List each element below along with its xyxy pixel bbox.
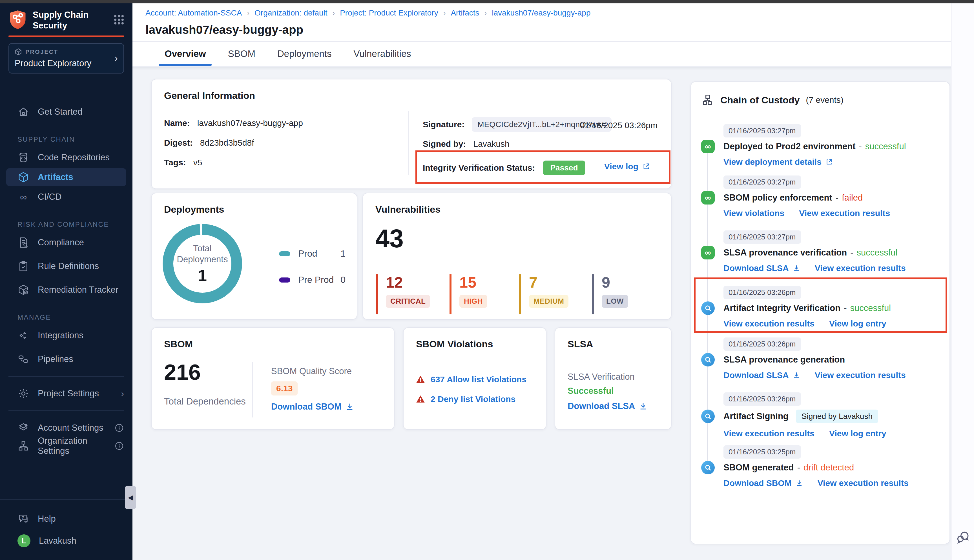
tab-sbom[interactable]: SBOM: [226, 42, 257, 66]
timeline-event: 01/16/2025 03:26pm SLSA provenance gener…: [702, 337, 939, 380]
breadcrumb-account[interactable]: Account: Automation-SSCA: [145, 8, 242, 17]
download-icon: [639, 402, 647, 410]
sidebar-item-account-settings[interactable]: Account Settings: [0, 419, 132, 437]
view-execution-results-link[interactable]: View execution results: [724, 429, 814, 438]
card-title: Deployments: [164, 204, 224, 215]
tags-row: Tags: v5: [164, 158, 202, 167]
pipeline-icon: ∞: [701, 140, 715, 153]
vulnerabilities-card: Vulnerabilities 43 12 CRITICAL 15 HIGH 7…: [362, 193, 672, 320]
section-header-risk-compliance: RISK AND COMPLIANCE: [17, 220, 132, 228]
view-execution-results-link[interactable]: View execution results: [799, 208, 890, 218]
view-deployment-details-link[interactable]: View deployment details: [724, 157, 833, 167]
card-title: Vulnerabilities: [375, 204, 440, 215]
deny-list-violations-link[interactable]: 2 Deny list Violations: [416, 394, 515, 404]
sidebar-nav: Get Started SUPPLY CHAIN Code Repositori…: [0, 103, 132, 455]
view-log-link-wrap: View log: [604, 162, 650, 171]
breadcrumb-separator-icon: ›: [332, 9, 335, 17]
warning-icon: [416, 375, 425, 384]
timeline-event: 01/16/2025 03:27pm ∞ Deployed to Prod2 e…: [702, 124, 939, 167]
breadcrumb: Account: Automation-SSCA › Organization:…: [145, 8, 951, 17]
sbom-card: SBOM 216 Total Dependencies SBOM Quality…: [151, 327, 395, 430]
infinity-icon: ∞: [17, 191, 29, 203]
sidebar-item-get-started[interactable]: Get Started: [0, 103, 132, 121]
chevron-right-icon: ›: [121, 389, 124, 398]
scan-icon: [701, 410, 715, 423]
view-execution-results-link[interactable]: View execution results: [815, 370, 906, 380]
event-timestamp: 01/16/2025 03:27pm: [724, 175, 801, 189]
page-title: lavakush07/easy-buggy-app: [145, 23, 951, 37]
allow-list-violations-link[interactable]: 637 Allow list Violations: [416, 375, 527, 384]
sidebar-item-label: Pipelines: [38, 354, 73, 364]
digest-value: 8d23bd3b5d8f: [200, 138, 254, 148]
sidebar-item-help[interactable]: ? Help: [0, 510, 132, 528]
download-slsa-link[interactable]: Download SLSA: [724, 263, 800, 273]
external-link-icon: [826, 158, 833, 166]
event-status: failed: [842, 193, 863, 203]
deployments-card: Deployments Total Deployments 1 Prod: [151, 193, 357, 320]
chat-support-icon[interactable]: [956, 530, 970, 544]
download-icon: [793, 372, 800, 379]
sidebar-item-remediation-tracker[interactable]: Remediation Tracker: [0, 281, 132, 299]
info-icon[interactable]: [114, 423, 124, 433]
layers-gear-icon: [17, 422, 29, 434]
view-execution-results-link[interactable]: View execution results: [817, 478, 909, 488]
tab-overview[interactable]: Overview: [163, 42, 208, 66]
breadcrumb-organization[interactable]: Organization: default: [255, 8, 327, 17]
card-title: General Information: [164, 90, 255, 101]
download-slsa-link[interactable]: Download SLSA: [568, 401, 647, 411]
sidebar-item-pipelines[interactable]: Pipelines: [0, 350, 132, 368]
view-execution-results-link[interactable]: View execution results: [815, 263, 906, 273]
tab-bar: Overview SBOM Deployments Vulnerabilitie…: [132, 42, 951, 67]
sidebar-item-organization-settings[interactable]: Organization Settings: [0, 437, 132, 455]
sidebar-item-integrations[interactable]: Integrations: [0, 327, 132, 345]
event-title: SLSA provenance verification: [724, 248, 847, 258]
view-log-entry-link[interactable]: View log entry: [829, 429, 886, 438]
event-timestamp: 01/16/2025 03:26pm: [724, 392, 801, 406]
download-sbom-link[interactable]: Download SBOM: [271, 402, 354, 412]
svg-text:?: ?: [22, 515, 24, 520]
legend-item-prod[interactable]: Prod 1: [279, 248, 345, 259]
general-information-card: General Information Name: lavakush07/eas…: [151, 79, 672, 189]
timeline-event: 01/16/2025 03:27pm ∞ SLSA provenance ver…: [702, 230, 939, 273]
brand: Supply Chain Security: [0, 0, 132, 31]
sidebar-item-code-repositories[interactable]: Code Repositories: [0, 148, 132, 167]
view-log-link[interactable]: View log: [604, 162, 650, 171]
project-selector[interactable]: PROJECT Product Exploratory ›: [8, 43, 124, 73]
download-sbom-link[interactable]: Download SBOM: [724, 478, 803, 488]
status-badge: Passed: [543, 160, 585, 175]
chain-of-custody-panel: Chain of Custody (7 events) 01/16/2025 0…: [690, 82, 950, 544]
view-violations-link[interactable]: View violations: [724, 208, 784, 218]
tab-vulnerabilities[interactable]: Vulnerabilities: [352, 42, 413, 66]
info-icon[interactable]: [114, 441, 124, 451]
signed-by-row: Signed by: Lavakush: [423, 139, 510, 149]
breadcrumb-project[interactable]: Project: Product Exploratory: [340, 8, 438, 17]
sidebar-item-label: Account Settings: [38, 423, 103, 433]
sidebar-collapse-handle[interactable]: ◀: [125, 486, 136, 509]
sidebar-item-user[interactable]: L Lavakush: [0, 532, 132, 550]
sidebar: Supply Chain Security PROJECT Product Ex…: [0, 0, 132, 560]
divider: [8, 410, 124, 411]
legend-item-preprod[interactable]: Pre Prod 0: [279, 275, 345, 285]
total-dependencies-value: 216: [164, 360, 201, 385]
breadcrumb-current[interactable]: lavakush07/easy-buggy-app: [492, 8, 590, 17]
tags-value: v5: [193, 158, 202, 167]
tab-deployments[interactable]: Deployments: [276, 42, 334, 66]
sidebar-item-project-settings[interactable]: Project Settings ›: [0, 385, 132, 403]
org-chart-gear-icon: [17, 440, 29, 452]
sidebar-item-rule-definitions[interactable]: Rule Definitions: [0, 257, 132, 275]
panel-title: Chain of Custody: [720, 95, 799, 106]
scan-icon: [701, 353, 715, 367]
sidebar-item-compliance[interactable]: Compliance: [0, 233, 132, 252]
donut-center-label: Total Deployments 1: [162, 224, 242, 304]
breadcrumb-artifacts[interactable]: Artifacts: [450, 8, 479, 17]
sidebar-item-label: Get Started: [38, 107, 83, 117]
sidebar-item-artifacts[interactable]: Artifacts: [6, 168, 126, 186]
event-title: SBOM policy enforcement: [724, 193, 832, 203]
app-grid-icon[interactable]: [113, 13, 125, 26]
event-timestamp: 01/16/2025 03:27pm: [724, 124, 801, 137]
download-slsa-link[interactable]: Download SLSA: [724, 370, 800, 380]
sidebar-item-cicd[interactable]: ∞ CI/CD: [0, 188, 132, 206]
annotation-box-artifact-integrity: [694, 277, 947, 333]
event-title: Deployed to Prod2 environment: [724, 142, 856, 152]
sidebar-item-label: Code Repositories: [38, 152, 110, 163]
